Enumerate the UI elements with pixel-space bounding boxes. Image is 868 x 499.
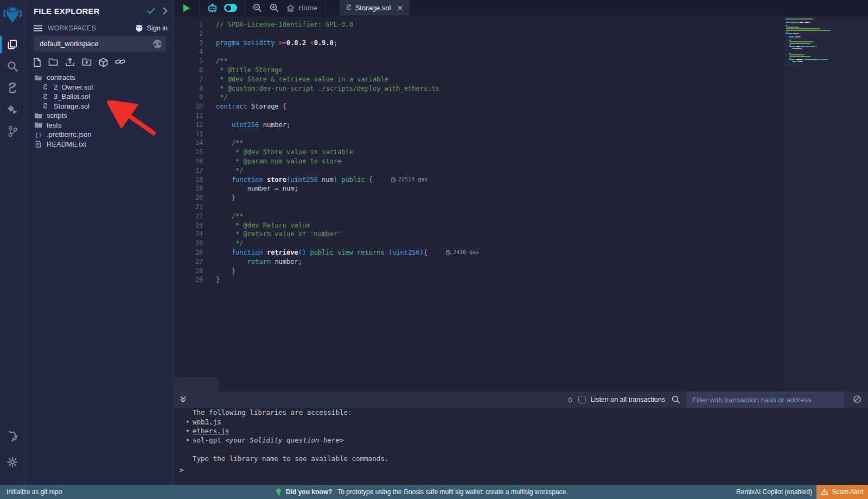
terminal-filter-input[interactable] bbox=[687, 391, 844, 408]
settings-icon[interactable] bbox=[7, 451, 18, 473]
clear-console-icon[interactable] bbox=[851, 395, 864, 405]
file-tree-item-contracts[interactable]: contracts bbox=[26, 73, 173, 83]
solidity-icon bbox=[41, 93, 49, 100]
sign-in-button[interactable]: Sign in bbox=[135, 24, 168, 32]
transaction-count: 0 bbox=[568, 396, 572, 404]
line-number: 5 bbox=[174, 56, 216, 66]
code-line-5: 5/** bbox=[174, 56, 786, 66]
workspace-select[interactable]: default_workspace ▲▼ bbox=[34, 36, 166, 52]
code-line-29: 29} bbox=[174, 275, 786, 285]
did-you-know-tip: Did you know? To prototype using the Gno… bbox=[276, 485, 568, 499]
ai-copilot-robot-icon[interactable] bbox=[207, 3, 218, 13]
file-tree-item-tests[interactable]: tests bbox=[26, 121, 173, 130]
panel-title: FILE EXPLORER bbox=[34, 7, 100, 16]
terminal-link[interactable]: ethers.js bbox=[193, 427, 229, 435]
home-tab-button[interactable]: Home bbox=[286, 4, 317, 12]
git-icon[interactable] bbox=[0, 121, 25, 142]
code-line-7: 7 * @dev Store & retrieve value in a var… bbox=[174, 75, 786, 84]
code-line-10: 10contract Storage { bbox=[174, 102, 786, 111]
code-line-26: 26 function retrieve() public view retur… bbox=[174, 248, 786, 257]
code-line-21: 21 bbox=[174, 203, 786, 212]
code-line-14: 14 /** bbox=[174, 138, 786, 148]
file-tree-item-scripts[interactable]: scripts bbox=[26, 111, 173, 121]
scam-alert-button[interactable]: Scam Alert bbox=[816, 485, 868, 499]
solidity-icon bbox=[41, 84, 49, 90]
listen-checkbox[interactable] bbox=[578, 396, 586, 403]
line-number: 2 bbox=[174, 29, 216, 39]
file-label: contracts bbox=[47, 73, 75, 81]
svg-text:{): {) bbox=[35, 131, 42, 138]
minimap[interactable] bbox=[786, 18, 832, 66]
file-explorer-icon[interactable] bbox=[0, 34, 25, 55]
status-bar: Initialize as git repo Did you know? To … bbox=[0, 485, 868, 499]
code-editor[interactable]: 1// SPDX-License-Identifier: GPL-3.023pr… bbox=[174, 16, 868, 391]
line-number: 12 bbox=[174, 121, 216, 130]
new-file-icon[interactable] bbox=[33, 58, 41, 67]
code-line-27: 27 return number; bbox=[174, 257, 786, 267]
git-init-status[interactable]: Initialize as git repo bbox=[7, 485, 62, 499]
github-icon bbox=[135, 24, 144, 32]
code-line-1: 1// SPDX-License-Identifier: GPL-3.0 bbox=[174, 20, 786, 29]
line-number: 29 bbox=[174, 275, 216, 285]
deploy-run-icon[interactable] bbox=[0, 99, 25, 121]
line-number: 11 bbox=[174, 111, 216, 121]
solidity-compiler-icon[interactable] bbox=[0, 77, 25, 99]
file-tree-item-2-owner-sol[interactable]: 2_Owner.sol bbox=[26, 83, 173, 92]
lightbulb-icon bbox=[276, 488, 282, 496]
editor-zone: Home Storage.sol ✕ 1// SPDX-License-Iden… bbox=[174, 0, 868, 485]
file-tree-item-storage-sol[interactable]: Storage.sol bbox=[26, 102, 173, 111]
terminal-search-icon[interactable] bbox=[672, 395, 680, 404]
remix-logo-icon[interactable] bbox=[2, 3, 23, 27]
chevron-right-icon[interactable] bbox=[163, 7, 168, 15]
file-tree-item--prettierrc-json[interactable]: {).prettierrc.json bbox=[26, 130, 173, 140]
zoom-out-icon[interactable] bbox=[253, 3, 262, 12]
editor-overview-strip bbox=[785, 16, 868, 391]
gas-estimate: 22514 gas bbox=[391, 175, 427, 185]
plugin-manager-icon[interactable] bbox=[7, 425, 18, 447]
line-number: 8 bbox=[174, 84, 216, 93]
run-script-button[interactable] bbox=[183, 4, 190, 12]
copilot-toggle[interactable] bbox=[224, 4, 237, 12]
code-lines: 1// SPDX-License-Identifier: GPL-3.023pr… bbox=[174, 20, 786, 285]
hamburger-menu-icon[interactable] bbox=[34, 25, 42, 31]
json-icon: {) bbox=[34, 131, 42, 138]
tab-storage-sol[interactable]: Storage.sol ✕ bbox=[340, 0, 410, 16]
search-icon[interactable] bbox=[0, 55, 25, 77]
terminal-output[interactable]: The following libraries are accessible:•… bbox=[174, 408, 868, 485]
terminal-collapse-icon[interactable] bbox=[180, 396, 187, 403]
code-line-22: 22 /** bbox=[174, 212, 786, 221]
line-number: 23 bbox=[174, 221, 216, 230]
line-number: 27 bbox=[174, 257, 216, 267]
terminal-line: Type the library name to see available c… bbox=[174, 454, 868, 463]
code-line-3: 3pragma solidity >=0.8.2 <0.9.0; bbox=[174, 39, 786, 48]
code-line-9: 9 */ bbox=[174, 93, 786, 102]
link-icon[interactable] bbox=[115, 58, 125, 67]
file-explorer-panel: FILE EXPLORER WORKSPACES Sign bbox=[26, 0, 174, 485]
line-number: 19 bbox=[174, 184, 216, 193]
code-line-25: 25 */ bbox=[174, 239, 786, 248]
tab-close-icon[interactable]: ✕ bbox=[397, 4, 403, 12]
file-tree-item-3-ballot-sol[interactable]: 3_Ballot.sol bbox=[26, 92, 173, 102]
code-line-8: 8 * @custom:dev-run-script ./scripts/dep… bbox=[174, 84, 786, 93]
line-number: 13 bbox=[174, 130, 216, 139]
upload-folder-icon[interactable] bbox=[82, 58, 92, 67]
zoom-in-icon[interactable] bbox=[270, 3, 279, 12]
file-label: README.txt bbox=[47, 140, 86, 148]
warning-icon bbox=[821, 489, 828, 495]
copilot-status[interactable]: RemixAI Copilot (enabled) bbox=[736, 485, 812, 499]
terminal-prompt[interactable]: > bbox=[180, 466, 184, 474]
line-number: 22 bbox=[174, 212, 216, 221]
file-tree-item-readme-txt[interactable]: README.txt bbox=[26, 140, 173, 149]
listen-all-transactions: Listen on all transactions bbox=[578, 396, 665, 403]
line-number: 21 bbox=[174, 203, 216, 212]
upload-file-icon[interactable] bbox=[65, 58, 75, 67]
code-line-24: 24 * @return value of 'number' bbox=[174, 230, 786, 239]
file-tree: contracts2_Owner.sol3_Ballot.solStorage.… bbox=[26, 73, 173, 149]
new-folder-icon[interactable] bbox=[48, 58, 58, 67]
cube-icon[interactable] bbox=[99, 58, 108, 67]
folder-open-icon bbox=[34, 74, 42, 81]
terminal-link[interactable]: web3.js bbox=[193, 418, 221, 426]
file-label: 3_Ballot.sol bbox=[54, 92, 90, 100]
home-icon bbox=[286, 4, 295, 12]
folder-icon bbox=[34, 112, 42, 119]
